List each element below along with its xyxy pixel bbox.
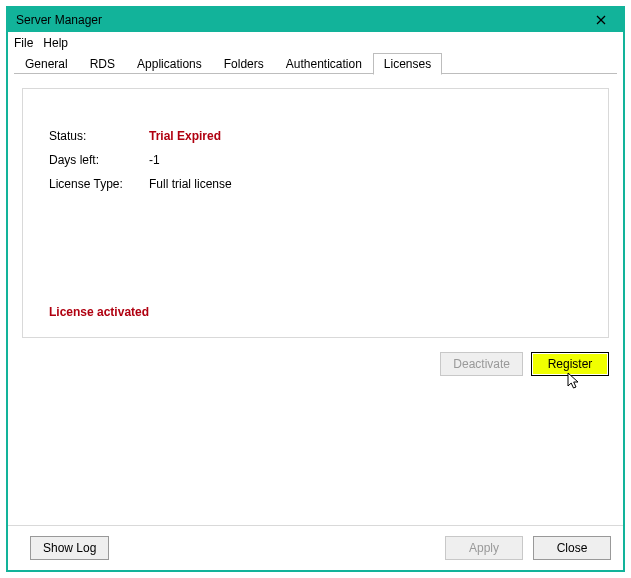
- menu-help[interactable]: Help: [43, 36, 68, 50]
- show-log-button[interactable]: Show Log: [30, 536, 109, 560]
- bottom-bar: Show Log Apply Close: [8, 525, 623, 570]
- license-buttons: Deactivate Register: [14, 352, 609, 376]
- license-panel: Status: Trial Expired Days left: -1 Lice…: [22, 88, 609, 338]
- tab-applications[interactable]: Applications: [126, 53, 213, 74]
- tab-folders[interactable]: Folders: [213, 53, 275, 74]
- tabs: General RDS Applications Folders Authent…: [8, 52, 623, 74]
- tab-rds[interactable]: RDS: [79, 53, 126, 74]
- tab-authentication[interactable]: Authentication: [275, 53, 373, 74]
- register-button[interactable]: Register: [531, 352, 609, 376]
- menu-file[interactable]: File: [14, 36, 33, 50]
- menubar: File Help: [8, 32, 623, 52]
- apply-button[interactable]: Apply: [445, 536, 523, 560]
- tab-content: Status: Trial Expired Days left: -1 Lice…: [8, 74, 623, 525]
- close-button[interactable]: Close: [533, 536, 611, 560]
- days-left-label: Days left:: [49, 151, 149, 169]
- days-left-row: Days left: -1: [49, 151, 582, 169]
- server-manager-window: Server Manager File Help General RDS App…: [6, 6, 625, 572]
- deactivate-button[interactable]: Deactivate: [440, 352, 523, 376]
- status-value: Trial Expired: [149, 127, 221, 145]
- tab-licenses[interactable]: Licenses: [373, 53, 442, 75]
- license-type-value: Full trial license: [149, 175, 232, 193]
- close-icon[interactable]: [583, 10, 619, 30]
- window-title: Server Manager: [16, 13, 583, 27]
- titlebar: Server Manager: [8, 8, 623, 32]
- tab-general[interactable]: General: [14, 53, 79, 74]
- status-label: Status:: [49, 127, 149, 145]
- status-row: Status: Trial Expired: [49, 127, 582, 145]
- license-type-label: License Type:: [49, 175, 149, 193]
- license-activated-text: License activated: [49, 305, 149, 319]
- days-left-value: -1: [149, 151, 160, 169]
- license-type-row: License Type: Full trial license: [49, 175, 582, 193]
